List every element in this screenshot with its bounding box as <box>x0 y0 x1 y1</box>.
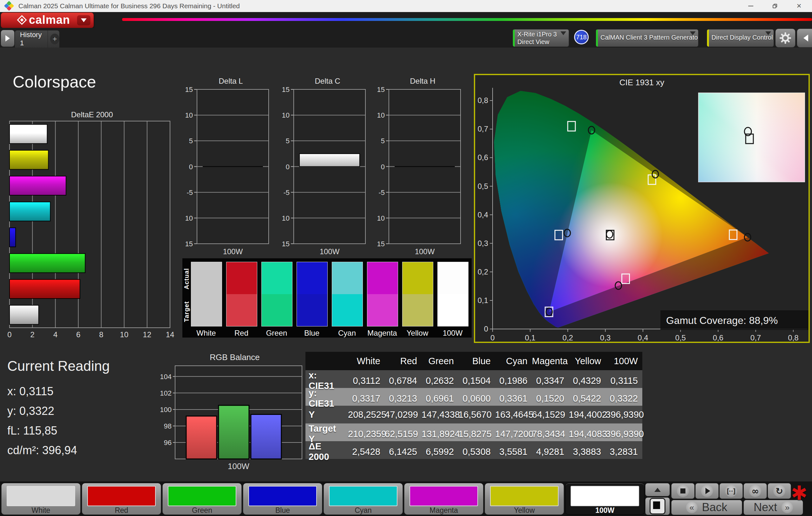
tick-label: 0,8 <box>788 333 799 342</box>
tick-label: -15 <box>377 240 385 248</box>
actual-row-label: Actual <box>183 261 191 296</box>
close-button[interactable]: × <box>790 0 808 12</box>
restore-icon <box>773 4 777 8</box>
tab-history[interactable]: History 1 <box>15 30 48 48</box>
add-tab-button[interactable]: + <box>50 34 59 44</box>
table-cell: 0,3115 <box>606 375 642 386</box>
tab-row: History 1 + X-Rite i1Pro 3 Direct View 7… <box>0 28 812 48</box>
table-cell: 0,0600 <box>458 393 495 404</box>
chevron-down-icon <box>765 35 771 41</box>
restore-button[interactable] <box>766 0 784 12</box>
chevron-left-icon <box>804 35 808 41</box>
table-cell: 210,2359 <box>348 429 385 439</box>
collapse-panel-button[interactable] <box>797 29 812 48</box>
meter-count-badge[interactable]: 718 <box>574 30 589 44</box>
tick-label: 0,2 <box>562 333 573 342</box>
pattern-button-magenta[interactable]: Magenta <box>404 483 484 515</box>
bar-cyan <box>9 202 51 221</box>
table-cell: 131,8924 <box>422 429 458 439</box>
tick-label: -10 <box>377 214 385 222</box>
calman-app: Calman 2025 Calman Ultimate for Business… <box>0 0 812 516</box>
back-button[interactable]: « Back <box>671 500 742 515</box>
notification-asterisk-icon[interactable]: ✱ <box>791 481 808 505</box>
tick-label: 0,5 <box>675 333 686 342</box>
calman-menu-caret[interactable] <box>77 15 90 25</box>
swatch-actual <box>191 262 222 294</box>
pattern-button-white[interactable]: White <box>1 483 81 515</box>
pattern-swatch <box>571 486 639 506</box>
chevrons-left-icon: « <box>686 502 697 513</box>
pattern-window-button[interactable] <box>645 497 670 515</box>
category-label: 100W <box>223 247 243 256</box>
pattern-button-100w[interactable]: 100W <box>565 483 644 515</box>
swatch-box <box>367 262 398 327</box>
cie-chart-title: CIE 1931 xy <box>475 78 809 88</box>
tick-label: -5 <box>378 189 385 196</box>
rgb-bar-red <box>186 416 216 459</box>
table-cell: 0,1986 <box>495 375 532 386</box>
minimize-button[interactable] <box>742 0 760 12</box>
pattern-button-cyan[interactable]: Cyan <box>323 483 403 515</box>
whitepoint-inset-overlay <box>698 93 805 182</box>
tick-label: 10 <box>282 111 290 119</box>
table-cell: 100W <box>606 356 642 366</box>
chevron-down-icon <box>560 35 566 41</box>
refresh-button[interactable]: ↻ <box>767 483 791 499</box>
tick-label: 0,2 <box>478 268 488 276</box>
table-cell: 0,3213 <box>385 393 422 404</box>
tick-label: 0,6 <box>713 333 723 342</box>
tick-label: 0,4 <box>478 210 488 219</box>
display-control-label: Direct Display Control <box>712 34 773 41</box>
table-row: x: CIE310,31120,67840,26320,15040,19860,… <box>306 370 642 388</box>
tick-label: -10 <box>185 214 193 222</box>
continuous-read-button[interactable]: ∞ <box>744 483 767 499</box>
pattern-window-icon <box>649 498 665 514</box>
pattern-label: Cyan <box>324 506 403 515</box>
pattern-button-red[interactable]: Red <box>82 483 161 515</box>
brand-band: calman <box>0 12 812 28</box>
pattern-button-yellow[interactable]: Yellow <box>485 483 564 515</box>
measurement-table: WhiteRedGreenBlueCyanMagentaYellow100Wx:… <box>306 352 642 459</box>
table-cell: 194,4083 <box>569 429 606 439</box>
pattern-generator-dropdown[interactable]: CalMAN Client 3 Pattern Generator <box>596 29 698 47</box>
swatch-box <box>296 262 328 327</box>
calman-menu-button[interactable]: calman <box>1 12 94 28</box>
tick-label: 0,8 <box>478 96 488 104</box>
pattern-swatch <box>329 486 398 506</box>
stop-button[interactable] <box>671 483 695 499</box>
pattern-swatch <box>168 486 236 506</box>
bar-yellow <box>9 150 48 169</box>
swatch-target <box>297 294 327 326</box>
swatch-actual <box>332 262 362 294</box>
tick-label: 0,6 <box>478 153 488 162</box>
window-title: Calman 2025 Calman Ultimate for Business… <box>19 0 240 12</box>
table-cell: Green <box>422 356 458 366</box>
pattern-button-green[interactable]: Green <box>163 483 242 515</box>
pattern-button-blue[interactable]: Blue <box>243 483 322 515</box>
play-button[interactable] <box>695 483 719 499</box>
tick-label: 96 <box>164 439 172 447</box>
table-cell: 0,5308 <box>458 447 495 457</box>
swatch-label: Red <box>224 329 259 338</box>
bottom-bar: WhiteRedGreenBlueCyanMagentaYellow100W [… <box>0 481 812 516</box>
step-interval-button[interactable]: [··] <box>719 483 743 499</box>
settings-button[interactable] <box>775 29 795 48</box>
pattern-window-up-button[interactable] <box>645 483 670 496</box>
meter-dropdown[interactable]: X-Rite i1Pro 3 Direct View <box>513 29 569 47</box>
pattern-label: Red <box>82 506 161 515</box>
swatch-box <box>437 262 468 327</box>
current-reading-y: y: 0,3322 <box>7 401 110 421</box>
swatch-target <box>191 294 222 326</box>
tick-label: 10 <box>185 111 193 119</box>
target-row-label: Target <box>183 296 191 327</box>
expand-panel-button[interactable] <box>1 30 14 47</box>
table-cell: 0,5422 <box>569 393 606 404</box>
table-cell: 0,2632 <box>422 375 458 386</box>
display-control-dropdown[interactable]: Direct Display Control <box>707 29 774 47</box>
delta-l-chart-title: Delta L <box>185 77 276 86</box>
table-row: y: CIE310,33170,32130,69610,06000,33610,… <box>306 388 642 406</box>
pattern-label: Yellow <box>485 506 563 515</box>
table-cell: 16,5670 <box>458 409 495 420</box>
table-cell: 47,0299 <box>385 409 422 420</box>
table-cell: Blue <box>458 356 495 366</box>
